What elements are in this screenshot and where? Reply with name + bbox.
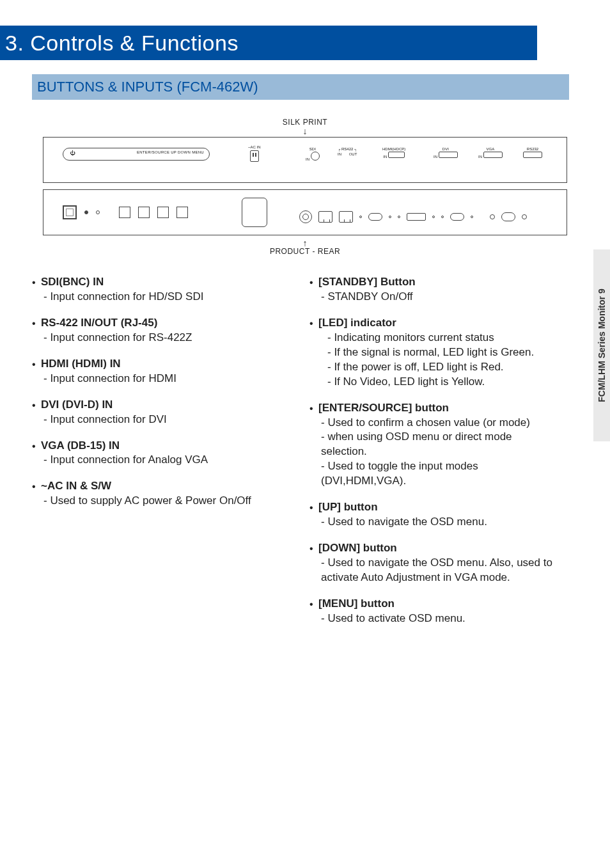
item-line: (DVI,HDMI,VGA). (318, 474, 569, 489)
list-item: [ENTER/SOURCE] button- Used to confirm a… (309, 401, 569, 489)
silk-print-label: SILK PRINT (43, 118, 567, 127)
list-item: RS-422 IN/OUT (RJ-45)- Input connection … (32, 316, 292, 345)
item-line: - Used to navigate the OSD menu. (318, 515, 569, 530)
up-button-icon (138, 207, 150, 218)
ac-plug-icon (250, 150, 259, 162)
item-heading: ~AC IN & S/W (41, 480, 111, 492)
list-item: ~AC IN & S/W- Used to supply AC power & … (32, 479, 292, 509)
port-sdi: SDI IN (306, 146, 320, 162)
arrow-up-icon: ↑ (43, 239, 567, 247)
rear-screw-icon (471, 216, 473, 218)
rear-rj45-out-icon (339, 211, 353, 223)
list-item: [DOWN] button- Used to navigate the OSD … (309, 541, 569, 585)
item-heading: [MENU] button (318, 597, 395, 610)
port-vga: VGA IN (478, 146, 503, 159)
item-heading: RS-422 IN/OUT (RJ-45) (41, 317, 157, 329)
diagram-area: SILK PRINT ↓ ⏻ ENTER/SOURCE UP DOWN MENU… (43, 118, 567, 256)
item-line: - If the signal is normal, LED light is … (318, 345, 569, 360)
list-item: HDMI (HDMI) IN- Input connection for HDM… (32, 357, 292, 386)
item-line: - Input connection for RS-422Z (41, 331, 292, 345)
rear-screw-icon (359, 216, 362, 218)
product-rear-panel (43, 189, 567, 235)
item-line: - Input connection for HD/SD SDI (41, 290, 292, 304)
rear-audio-icon (490, 214, 495, 219)
silk-print-panel: ⏻ ENTER/SOURCE UP DOWN MENU ~AC IN SDI I… (43, 137, 567, 183)
power-icon: ⏻ (70, 150, 75, 156)
item-line: - STANDBY On/Off (318, 290, 569, 304)
front-button-labels: ENTER/SOURCE UP DOWN MENU (137, 150, 204, 154)
rear-dvi-icon (407, 213, 426, 221)
port-hdmi: HDMI(HDCP) IN (382, 146, 405, 159)
rear-ac-inlet-icon (242, 198, 267, 227)
item-heading: DVI (DVI-D) IN (41, 398, 113, 411)
rear-hdmi-icon (368, 213, 382, 221)
item-heading: [DOWN] button (318, 542, 397, 554)
rear-screw-icon (441, 216, 444, 218)
rear-screw-icon (432, 216, 435, 218)
rear-audio-icon (522, 214, 527, 219)
side-tab: FCM/LHM Series Monitor 9 (593, 249, 610, 441)
down-button-icon (157, 207, 169, 218)
item-line: activate Auto Adjustment in VGA mode. (318, 571, 569, 585)
item-heading: HDMI (HDMI) IN (41, 358, 121, 370)
item-line: - If No Video, LED light is Yellow. (318, 375, 569, 390)
item-line: - Used to activate OSD menu. (318, 612, 569, 626)
rear-sdi-icon (299, 210, 312, 223)
front-button-strip: ⏻ ENTER/SOURCE UP DOWN MENU (63, 148, 210, 161)
arrow-down-icon: ↓ (43, 128, 567, 134)
list-item: [MENU] button- Used to activate OSD menu… (309, 597, 569, 626)
item-line: - Used to toggle the input modes (318, 459, 569, 474)
item-heading: VGA (DB-15) IN (41, 439, 120, 452)
item-heading: [UP] button (318, 501, 378, 513)
rear-rj45-in-icon (318, 211, 332, 223)
item-heading: SDI(BNC) IN (41, 276, 104, 288)
rear-screw-icon (398, 216, 400, 218)
list-item: [UP] button- Used to navigate the OSD me… (309, 500, 569, 530)
menu-button-icon (176, 207, 188, 218)
ac-in-label-block: ~AC IN (248, 145, 261, 162)
product-rear-label: PRODUCT - REAR (43, 247, 567, 256)
chapter-title-bar: 3. Controls & Functions (0, 26, 537, 60)
right-column: [STANDBY] Button- STANDBY On/Off[LED] in… (309, 275, 569, 638)
led-ring-icon (96, 210, 100, 214)
description-columns: SDI(BNC) IN- Input connection for HD/SD … (32, 275, 569, 638)
rear-rs232-icon (501, 212, 515, 221)
standby-button-icon (63, 205, 77, 219)
item-heading: [LED] indicator (318, 317, 396, 329)
left-column: SDI(BNC) IN- Input connection for HD/SD … (32, 275, 292, 638)
list-item: SDI(BNC) IN- Input connection for HD/SD … (32, 275, 292, 304)
list-item: [LED] indicator- Indicating monitors cur… (309, 316, 569, 390)
enter-button-icon (119, 207, 130, 218)
rear-vga-icon (450, 213, 464, 221)
list-item: DVI (DVI-D) IN- Input connection for DVI (32, 398, 292, 427)
item-line: - If the power is off, LED light is Red. (318, 360, 569, 375)
list-item: [STANDBY] Button- STANDBY On/Off (309, 275, 569, 304)
port-dvi: DVI IN (434, 146, 458, 159)
item-line: - when using OSD menu or direct mode (318, 430, 569, 445)
item-heading: [ENTER/SOURCE] button (318, 402, 449, 414)
rear-screw-icon (389, 216, 391, 218)
side-tab-label: FCM/LHM Series Monitor 9 (597, 288, 607, 402)
ac-in-text: ~AC IN (248, 145, 261, 149)
item-line: - Indicating monitors current status (318, 331, 569, 345)
section-title-bar: BUTTONS & INPUTS (FCM-462W) (32, 74, 569, 100)
front-buttons-row (63, 205, 188, 219)
item-line: - Used to navigate the OSD menu. Also, u… (318, 556, 569, 571)
section-title: BUTTONS & INPUTS (FCM-462W) (37, 79, 258, 95)
item-line: - Input connection for DVI (41, 413, 292, 427)
item-heading: [STANDBY] Button (318, 276, 416, 288)
port-rs232: RS232 (523, 146, 542, 159)
rear-ports-row (299, 210, 560, 223)
port-rs422: ┌ RS422 ┐ IN OUT (338, 146, 357, 157)
item-line: - Used to confirm a chosen value (or mod… (318, 416, 569, 430)
led-dot-icon (84, 210, 88, 214)
list-item: VGA (DB-15) IN- Input connection for Ana… (32, 439, 292, 468)
item-line: selection. (318, 445, 569, 459)
item-line: - Used to supply AC power & Power On/Off (41, 494, 292, 509)
item-line: - Input connection for Analog VGA (41, 453, 292, 468)
page: 3. Controls & Functions BUTTONS & INPUTS… (0, 0, 610, 868)
item-line: - Input connection for HDMI (41, 372, 292, 386)
chapter-title: 3. Controls & Functions (5, 31, 239, 56)
